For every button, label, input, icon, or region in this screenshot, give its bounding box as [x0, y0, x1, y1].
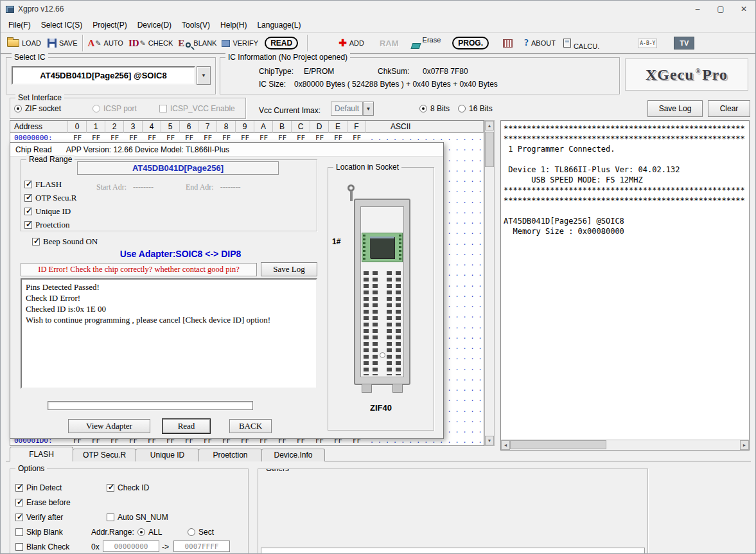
- socket-body: [354, 199, 410, 385]
- icsp-vcc-checkbox[interactable]: ICSP_VCC Enable: [159, 104, 235, 113]
- range-sect-radio[interactable]: Sect: [188, 528, 214, 537]
- scroll-down-arrow[interactable]: ▼: [485, 436, 494, 445]
- calculator-icon: [563, 39, 571, 48]
- menu-language-l[interactable]: Language(L): [252, 19, 306, 31]
- vcc-dropdown-button[interactable]: ▼: [363, 102, 374, 116]
- end-adr-label: End Adr:: [186, 183, 214, 192]
- auto-sn-checkbox[interactable]: Auto SN_NUM: [107, 513, 168, 522]
- back-button[interactable]: BACK: [229, 419, 272, 433]
- magnifier-icon: [186, 42, 191, 48]
- beep-sound-box[interactable]: [32, 238, 40, 246]
- maximize-button[interactable]: ▢: [709, 1, 732, 17]
- save-button[interactable]: SAVE: [48, 34, 78, 52]
- blank-check-checkbox[interactable]: Blank Check: [15, 542, 69, 551]
- tab-proetction[interactable]: Proetction: [198, 449, 262, 461]
- scroll-up-arrow[interactable]: ▲: [485, 121, 494, 130]
- load-button[interactable]: LOAD: [7, 34, 41, 52]
- range-start-input[interactable]: [103, 541, 159, 552]
- prog-button[interactable]: PROG.: [452, 34, 489, 52]
- scrollbar-thumb[interactable]: [510, 440, 606, 449]
- auto-button[interactable]: A ✎ AUTO: [88, 34, 123, 52]
- check-id-box[interactable]: [107, 484, 114, 492]
- tv-button[interactable]: TV: [674, 34, 694, 52]
- menu-file-f[interactable]: File(F): [3, 19, 36, 31]
- scroll-right-arrow[interactable]: ►: [740, 440, 749, 450]
- bits8-radio[interactable]: 8 Bits: [419, 104, 450, 113]
- beep-sound-checkbox[interactable]: Beep Sound ON: [32, 237, 98, 247]
- menu-select-ic-s[interactable]: Select IC(S): [36, 19, 88, 31]
- others-field[interactable]: [261, 548, 645, 554]
- range-all-radio[interactable]: ALL: [137, 528, 162, 537]
- hex-vertical-scrollbar[interactable]: ▲ ▼: [484, 120, 495, 446]
- verify-after-box[interactable]: [15, 514, 23, 521]
- skip-blank-checkbox[interactable]: Skip Blank: [15, 528, 63, 537]
- erase-button[interactable]: Erase: [412, 34, 441, 52]
- ic-dropdown-button[interactable]: ▼: [197, 66, 211, 85]
- icsp-radio-circle[interactable]: [92, 105, 100, 112]
- readrange-proetction-box[interactable]: [24, 221, 32, 229]
- menu-help-h[interactable]: Help(H): [215, 19, 252, 31]
- tab-unique-id[interactable]: Unique ID: [136, 449, 199, 461]
- close-button[interactable]: ✕: [732, 1, 755, 17]
- range-sect-circle[interactable]: [188, 528, 195, 536]
- log-horizontal-scrollbar[interactable]: ◄ ►: [501, 440, 749, 450]
- tab-device-info[interactable]: Device.Info: [261, 449, 325, 461]
- pin-detect-checkbox[interactable]: Pin Detect: [15, 483, 62, 492]
- range-end-input[interactable]: [173, 541, 230, 552]
- icsp-vcc-box[interactable]: [159, 105, 167, 112]
- tab-otp-secu-r[interactable]: OTP Secu.R: [73, 449, 136, 461]
- blank-button[interactable]: E BLANK: [178, 34, 216, 52]
- read-button[interactable]: READ: [265, 34, 298, 52]
- range-all-circle[interactable]: [137, 528, 145, 536]
- blank-check-box[interactable]: [15, 543, 23, 551]
- verify-after-checkbox[interactable]: Verify after: [15, 513, 63, 522]
- scrollbar-track[interactable]: [510, 440, 740, 450]
- dialog-read-button[interactable]: Read: [163, 419, 210, 433]
- erase-before-box[interactable]: [15, 499, 23, 506]
- verify-button[interactable]: VERIFY: [222, 34, 258, 52]
- ram-button[interactable]: RAM: [380, 34, 399, 52]
- dialog-save-log-button[interactable]: Save Log: [261, 262, 317, 276]
- readrange-unique-id-checkbox[interactable]: Unique ID: [24, 206, 71, 217]
- xgecu-pro-logo: XGecu ® Pro: [625, 58, 748, 91]
- erase-before-checkbox[interactable]: Erase before: [15, 498, 71, 507]
- pin-detect-box[interactable]: [15, 484, 23, 492]
- check-id-checkbox[interactable]: Check ID: [107, 483, 149, 492]
- ic-test-button[interactable]: [503, 34, 513, 52]
- scroll-left-arrow[interactable]: ◄: [501, 440, 510, 450]
- bits16-radio-circle[interactable]: [458, 105, 466, 112]
- readrange-otp-secu-r-checkbox[interactable]: OTP Secu.R: [24, 193, 77, 203]
- skip-blank-box[interactable]: [15, 528, 23, 536]
- calcu-button[interactable]: CALCU.: [563, 34, 599, 52]
- menu-project-p[interactable]: Project(P): [87, 19, 132, 31]
- bits8-radio-circle[interactable]: [419, 105, 427, 112]
- clear-button[interactable]: Clear: [708, 100, 750, 117]
- auto-sn-box[interactable]: [107, 514, 114, 521]
- zif-radio-circle[interactable]: [14, 105, 22, 112]
- check-button[interactable]: ID ✎ CHECK: [128, 34, 173, 52]
- minimize-button[interactable]: –: [686, 1, 709, 17]
- bits16-radio[interactable]: 16 Bits: [458, 104, 493, 113]
- tab-flash[interactable]: FLASH: [10, 447, 73, 461]
- save-log-button[interactable]: Save Log: [647, 100, 703, 117]
- menu-tools-v[interactable]: Tools(V): [177, 19, 215, 31]
- about-button[interactable]: ? ABOUT: [524, 34, 556, 52]
- dialog-subtitle: APP Version: 12.66 Device Model: TL866II…: [66, 145, 229, 154]
- set-interface-label: Set Interface: [15, 93, 64, 102]
- icsp-port-radio[interactable]: ICSP port: [92, 104, 137, 113]
- readrange-otp-secu-r-box[interactable]: [24, 194, 32, 202]
- menu-device-d[interactable]: Device(D): [132, 19, 177, 31]
- vcc-current-select[interactable]: Default: [331, 102, 363, 116]
- readrange-unique-id-box[interactable]: [24, 208, 32, 215]
- selected-ic-field[interactable]: AT45DB041D[Page256] @SOIC8: [12, 66, 195, 85]
- zif-socket-radio[interactable]: ZIF socket: [14, 104, 61, 113]
- add-button[interactable]: ✚ ADD: [338, 34, 364, 52]
- readrange-flash-checkbox[interactable]: FLASH: [24, 179, 62, 190]
- view-adapter-button[interactable]: View Adapter: [68, 419, 150, 433]
- readrange-flash-box[interactable]: [24, 181, 32, 188]
- readrange-proetction-checkbox[interactable]: Proetction: [24, 220, 69, 230]
- hex-address-header: Address: [10, 121, 68, 133]
- dialog-header: Chip Read APP Version: 12.66 Device Mode…: [10, 143, 443, 157]
- logic-button[interactable]: A-B-Y: [638, 34, 657, 52]
- scrollbar-thumb[interactable]: [485, 132, 494, 167]
